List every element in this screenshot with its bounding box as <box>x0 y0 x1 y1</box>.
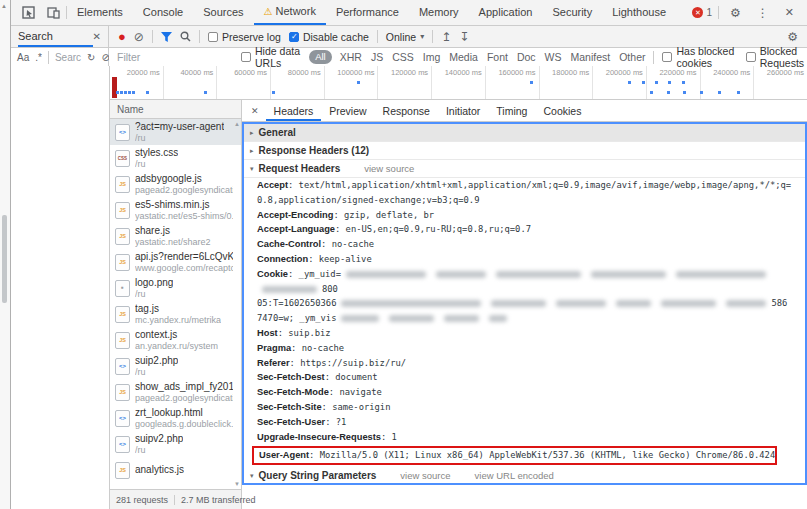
close-search-icon[interactable]: ✕ <box>93 32 101 42</box>
request-row[interactable]: JSanalytics.js <box>110 457 241 483</box>
view-url-encoded-link[interactable]: view URL encoded <box>475 470 554 481</box>
error-count: 1 <box>706 7 712 18</box>
filter-type-manifest[interactable]: Manifest <box>571 51 611 63</box>
has-blocked-cookies-checkbox[interactable] <box>662 52 672 62</box>
filter-type-other[interactable]: Other <box>619 51 645 63</box>
filter-type-doc[interactable]: Doc <box>517 51 536 63</box>
scroll-up-arrow-icon[interactable]: ▲ <box>1 3 7 9</box>
document-file-icon: <> <box>115 358 130 375</box>
close-devtools-icon[interactable]: ✕ <box>780 6 799 19</box>
script-file-icon: JS <box>115 462 130 479</box>
request-name: context.js <box>135 329 218 341</box>
import-har-icon[interactable]: ↥ <box>441 31 451 43</box>
request-row[interactable]: JStag.jsmc.yandex.ru/metrika <box>110 301 241 327</box>
settings-gear-icon[interactable]: ⚙ <box>725 6 746 20</box>
export-har-icon[interactable]: ↧ <box>459 31 469 43</box>
header-row-pragma: Pragma: no-cache <box>244 341 805 356</box>
filter-type-media[interactable]: Media <box>449 51 478 63</box>
main-tab-application[interactable]: Application <box>469 0 543 25</box>
details-tab-timing[interactable]: Timing <box>488 101 535 121</box>
timeline-tick: 100000 ms <box>325 66 379 99</box>
filter-input[interactable]: Filter <box>117 51 233 63</box>
main-tab-elements[interactable]: Elements <box>67 0 133 25</box>
blocked-requests-checkbox[interactable] <box>746 52 756 62</box>
preserve-log-checkbox[interactable] <box>208 32 218 42</box>
request-row[interactable]: JSshow_ads_impl_fy2019.jspagead2.googles… <box>110 379 241 405</box>
main-tab-sources[interactable]: Sources <box>193 0 253 25</box>
main-tab-security[interactable]: Security <box>542 0 602 25</box>
request-row[interactable]: JSshare.jsyastatic.net/share2 <box>110 223 241 249</box>
kebab-menu-icon[interactable]: ⋮ <box>752 6 774 20</box>
details-tab-cookies[interactable]: Cookies <box>535 101 589 121</box>
filter-type-font[interactable]: Font <box>487 51 508 63</box>
details-tab-initiator[interactable]: Initiator <box>438 101 488 121</box>
request-name: es5-shims.min.js <box>135 199 233 211</box>
section-request-headers[interactable]: ▾Request Headersview source <box>244 160 805 178</box>
main-tab-network[interactable]: ⚠Network <box>254 0 326 25</box>
activity-dot <box>132 91 135 94</box>
request-row[interactable]: <>?act=my-user-agent/ru <box>110 119 241 145</box>
network-settings-gear-icon[interactable]: ⚙ <box>787 31 798 43</box>
main-tab-performance[interactable]: Performance <box>326 0 409 25</box>
details-tab-bar: ✕ HeadersPreviewResponseInitiatorTimingC… <box>242 100 807 122</box>
filter-type-ws[interactable]: WS <box>545 51 562 63</box>
page-scrollbar[interactable]: ▲ <box>0 0 10 509</box>
request-texts: context.jsan.yandex.ru/system <box>135 329 218 352</box>
match-case-button[interactable]: Aa <box>17 52 29 63</box>
request-row[interactable]: <>suip2.php/ru <box>110 353 241 379</box>
error-count-badge[interactable]: ✕ 1 <box>692 7 712 18</box>
section-query-string[interactable]: ▾Query String Parametersview sourceview … <box>244 467 805 485</box>
request-row[interactable]: <>zrt_lookup.htmlgoogleads.g.doubleclick… <box>110 405 241 431</box>
headers-pane[interactable]: ▸General▸Response Headers (12)▾Request H… <box>242 122 807 485</box>
activity-dot <box>530 81 533 84</box>
main-tab-lighthouse[interactable]: Lighthouse <box>602 0 676 25</box>
filter-type-js[interactable]: JS <box>371 51 383 63</box>
view-source-link[interactable]: view source <box>364 163 414 174</box>
regex-button[interactable]: .* <box>35 52 42 63</box>
request-texts: logo.png/ru <box>135 277 173 300</box>
device-toolbar-icon[interactable] <box>41 6 66 19</box>
list-scroll-down-icon[interactable]: ▼ <box>234 481 240 487</box>
main-tab-console[interactable]: Console <box>133 0 193 25</box>
record-button[interactable]: ● <box>118 30 126 43</box>
tab-search[interactable]: Search <box>18 26 93 47</box>
close-details-icon[interactable]: ✕ <box>244 106 266 116</box>
request-texts: es5-shims.min.jsyastatic.net/es5-shims/0… <box>135 199 233 222</box>
request-row[interactable]: ▪logo.png/ru <box>110 275 241 301</box>
filter-type-xhr[interactable]: XHR <box>340 51 362 63</box>
hide-data-urls-checkbox[interactable] <box>241 52 251 62</box>
filter-type-css[interactable]: CSS <box>392 51 414 63</box>
section-general[interactable]: ▸General <box>244 124 805 142</box>
activity-dot <box>272 91 275 94</box>
header-row-accept: Accept: text/html,application/xhtml+xml,… <box>244 178 805 208</box>
details-tab-response[interactable]: Response <box>375 101 438 121</box>
details-tab-preview[interactable]: Preview <box>321 101 374 121</box>
request-row[interactable]: <>suipv2.php/ru <box>110 431 241 457</box>
network-overview-timeline[interactable]: 20000 ms40000 ms60000 ms80000 ms100000 m… <box>109 66 807 100</box>
request-row[interactable]: JScontext.jsan.yandex.ru/system <box>110 327 241 353</box>
filter-chip-all[interactable]: All <box>309 50 332 63</box>
filter-type-img[interactable]: Img <box>423 51 441 63</box>
request-row[interactable]: JSadsbygoogle.jspagead2.googlesyndicatio… <box>110 171 241 197</box>
activity-dot <box>204 91 207 94</box>
request-row[interactable]: CSSstyles.css/ru <box>110 145 241 171</box>
filter-funnel-icon[interactable] <box>161 32 172 42</box>
throttling-select[interactable]: Online ▾ <box>386 31 424 43</box>
section-response-headers[interactable]: ▸Response Headers (12) <box>244 142 805 160</box>
view-source-link[interactable]: view source <box>400 470 450 481</box>
disable-cache-checkbox[interactable] <box>289 32 299 42</box>
main-tab-memory[interactable]: Memory <box>409 0 469 25</box>
page-scrollbar-thumb[interactable] <box>2 215 7 303</box>
clear-network-log-icon[interactable]: ⊘ <box>134 31 144 43</box>
request-row[interactable]: JSapi.js?render=6LcQvKUUAAwww.google.com… <box>110 249 241 275</box>
refresh-search-icon[interactable]: ↻ <box>87 52 95 63</box>
header-name: Accept <box>257 180 288 190</box>
request-row[interactable]: JSes5-shims.min.jsyastatic.net/es5-shims… <box>110 197 241 223</box>
search-input[interactable]: Searc <box>55 52 81 63</box>
inspect-element-icon[interactable] <box>16 6 41 19</box>
list-scroll-up-icon[interactable]: ▲ <box>234 121 240 127</box>
name-column-header[interactable]: Name <box>110 100 241 119</box>
search-network-icon[interactable] <box>180 31 191 42</box>
redacted-value <box>491 300 546 307</box>
details-tab-headers[interactable]: Headers <box>266 101 322 121</box>
